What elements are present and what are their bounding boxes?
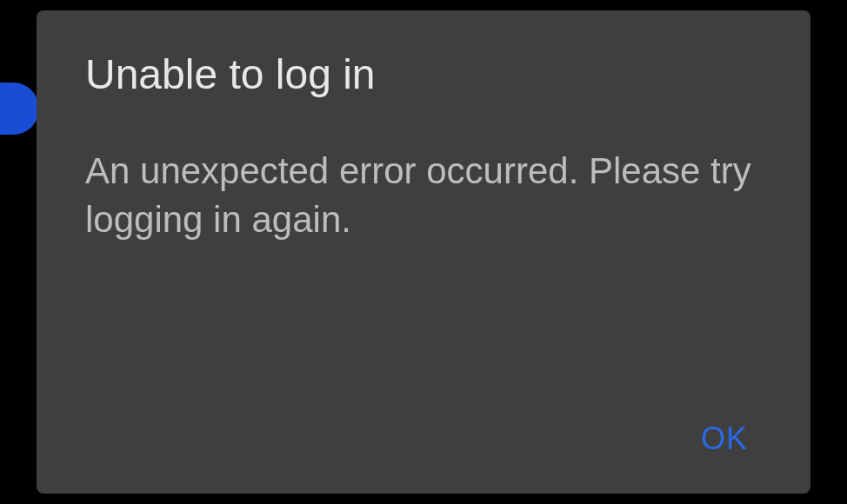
- dialog-actions: OK: [85, 403, 762, 464]
- error-dialog: Unable to log in An unexpected error occ…: [37, 10, 810, 494]
- background-button-hint: [0, 83, 39, 135]
- dialog-title: Unable to log in: [85, 52, 762, 98]
- dialog-message: An unexpected error occurred. Please try…: [85, 147, 762, 403]
- ok-button[interactable]: OK: [687, 414, 762, 464]
